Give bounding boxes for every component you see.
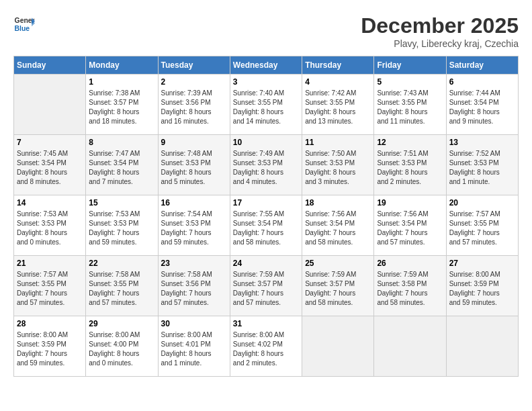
day-detail: Sunrise: 7:51 AMSunset: 3:53 PMDaylight:… xyxy=(377,149,443,187)
day-detail: Sunrise: 7:59 AMSunset: 3:57 PMDaylight:… xyxy=(233,270,299,308)
day-number: 13 xyxy=(449,138,515,147)
header: General Blue December 2025 Plavy, Libere… xyxy=(13,13,519,49)
day-detail: Sunrise: 7:50 AMSunset: 3:53 PMDaylight:… xyxy=(305,149,371,187)
day-number: 5 xyxy=(377,77,443,87)
day-detail: Sunrise: 7:40 AMSunset: 3:55 PMDaylight:… xyxy=(233,89,299,126)
calendar-cell: 27Sunrise: 8:00 AMSunset: 3:59 PMDayligh… xyxy=(446,256,518,316)
day-detail: Sunrise: 7:58 AMSunset: 3:55 PMDaylight:… xyxy=(89,270,154,308)
week-row-1: 7Sunrise: 7:45 AMSunset: 3:54 PMDaylight… xyxy=(14,135,519,195)
day-number: 12 xyxy=(377,138,443,147)
day-number: 7 xyxy=(17,138,83,147)
day-detail: Sunrise: 7:43 AMSunset: 3:55 PMDaylight:… xyxy=(377,89,443,126)
day-detail: Sunrise: 7:45 AMSunset: 3:54 PMDaylight:… xyxy=(17,149,83,187)
calendar-cell xyxy=(302,316,374,377)
logo-icon: General Blue xyxy=(13,13,35,35)
day-number: 10 xyxy=(233,138,299,147)
day-detail: Sunrise: 7:53 AMSunset: 3:53 PMDaylight:… xyxy=(17,210,83,247)
calendar-cell: 28Sunrise: 8:00 AMSunset: 3:59 PMDayligh… xyxy=(14,316,86,377)
calendar-cell xyxy=(374,316,446,377)
day-number: 29 xyxy=(89,319,154,328)
day-number: 4 xyxy=(305,77,371,87)
day-detail: Sunrise: 8:00 AMSunset: 3:59 PMDaylight:… xyxy=(449,270,515,308)
day-number: 14 xyxy=(17,198,83,208)
header-row: SundayMondayTuesdayWednesdayThursdayFrid… xyxy=(14,56,519,75)
day-number: 9 xyxy=(161,138,227,147)
logo: General Blue xyxy=(13,13,35,35)
day-number: 28 xyxy=(17,319,83,328)
day-number: 20 xyxy=(449,198,515,208)
day-detail: Sunrise: 7:57 AMSunset: 3:55 PMDaylight:… xyxy=(17,270,83,308)
title-area: December 2025 Plavy, Liberecky kraj, Cze… xyxy=(361,13,519,49)
calendar-cell: 16Sunrise: 7:54 AMSunset: 3:53 PMDayligh… xyxy=(158,195,230,256)
calendar-cell xyxy=(446,316,518,377)
header-day-sunday: Sunday xyxy=(14,56,86,75)
week-row-4: 28Sunrise: 8:00 AMSunset: 3:59 PMDayligh… xyxy=(14,316,519,377)
day-number: 24 xyxy=(233,259,299,268)
header-day-wednesday: Wednesday xyxy=(230,56,302,75)
day-number: 27 xyxy=(449,259,515,268)
calendar-cell: 1Sunrise: 7:38 AMSunset: 3:57 PMDaylight… xyxy=(86,75,158,135)
calendar-cell: 2Sunrise: 7:39 AMSunset: 3:56 PMDaylight… xyxy=(158,75,230,135)
calendar-cell: 5Sunrise: 7:43 AMSunset: 3:55 PMDaylight… xyxy=(374,75,446,135)
calendar-cell: 19Sunrise: 7:56 AMSunset: 3:54 PMDayligh… xyxy=(374,195,446,256)
header-day-tuesday: Tuesday xyxy=(158,56,230,75)
calendar-cell: 9Sunrise: 7:48 AMSunset: 3:53 PMDaylight… xyxy=(158,135,230,195)
header-day-monday: Monday xyxy=(86,56,158,75)
header-day-friday: Friday xyxy=(374,56,446,75)
day-detail: Sunrise: 7:38 AMSunset: 3:57 PMDaylight:… xyxy=(89,89,154,126)
calendar-cell: 24Sunrise: 7:59 AMSunset: 3:57 PMDayligh… xyxy=(230,256,302,316)
calendar-cell: 12Sunrise: 7:51 AMSunset: 3:53 PMDayligh… xyxy=(374,135,446,195)
calendar-table: SundayMondayTuesdayWednesdayThursdayFrid… xyxy=(13,56,519,377)
calendar-cell xyxy=(14,75,86,135)
day-detail: Sunrise: 7:44 AMSunset: 3:54 PMDaylight:… xyxy=(449,89,515,126)
calendar-cell: 18Sunrise: 7:56 AMSunset: 3:54 PMDayligh… xyxy=(302,195,374,256)
calendar-cell: 6Sunrise: 7:44 AMSunset: 3:54 PMDaylight… xyxy=(446,75,518,135)
day-detail: Sunrise: 7:55 AMSunset: 3:54 PMDaylight:… xyxy=(233,210,299,247)
day-detail: Sunrise: 8:00 AMSunset: 4:02 PMDaylight:… xyxy=(233,330,299,368)
day-number: 25 xyxy=(305,259,371,268)
day-detail: Sunrise: 7:54 AMSunset: 3:53 PMDaylight:… xyxy=(161,210,227,247)
calendar-cell: 30Sunrise: 8:00 AMSunset: 4:01 PMDayligh… xyxy=(158,316,230,377)
calendar-cell: 21Sunrise: 7:57 AMSunset: 3:55 PMDayligh… xyxy=(14,256,86,316)
day-number: 18 xyxy=(305,198,371,208)
day-number: 30 xyxy=(161,319,227,328)
day-detail: Sunrise: 8:00 AMSunset: 4:00 PMDaylight:… xyxy=(89,330,154,368)
day-detail: Sunrise: 7:56 AMSunset: 3:54 PMDaylight:… xyxy=(377,210,443,247)
day-number: 8 xyxy=(89,138,154,147)
calendar-cell: 15Sunrise: 7:53 AMSunset: 3:53 PMDayligh… xyxy=(86,195,158,256)
day-number: 17 xyxy=(233,198,299,208)
day-number: 21 xyxy=(17,259,83,268)
calendar-cell: 8Sunrise: 7:47 AMSunset: 3:54 PMDaylight… xyxy=(86,135,158,195)
month-title: December 2025 xyxy=(361,13,519,38)
day-detail: Sunrise: 8:00 AMSunset: 3:59 PMDaylight:… xyxy=(17,330,83,368)
calendar-cell: 7Sunrise: 7:45 AMSunset: 3:54 PMDaylight… xyxy=(14,135,86,195)
calendar-cell: 17Sunrise: 7:55 AMSunset: 3:54 PMDayligh… xyxy=(230,195,302,256)
day-number: 11 xyxy=(305,138,371,147)
calendar-cell: 10Sunrise: 7:49 AMSunset: 3:53 PMDayligh… xyxy=(230,135,302,195)
calendar-cell: 25Sunrise: 7:59 AMSunset: 3:57 PMDayligh… xyxy=(302,256,374,316)
day-detail: Sunrise: 7:59 AMSunset: 3:58 PMDaylight:… xyxy=(377,270,443,308)
header-day-thursday: Thursday xyxy=(302,56,374,75)
day-detail: Sunrise: 7:53 AMSunset: 3:53 PMDaylight:… xyxy=(89,210,154,247)
day-detail: Sunrise: 7:58 AMSunset: 3:56 PMDaylight:… xyxy=(161,270,227,308)
day-detail: Sunrise: 7:56 AMSunset: 3:54 PMDaylight:… xyxy=(305,210,371,247)
day-detail: Sunrise: 7:57 AMSunset: 3:55 PMDaylight:… xyxy=(449,210,515,247)
day-detail: Sunrise: 8:00 AMSunset: 4:01 PMDaylight:… xyxy=(161,330,227,368)
calendar-cell: 14Sunrise: 7:53 AMSunset: 3:53 PMDayligh… xyxy=(14,195,86,256)
week-row-2: 14Sunrise: 7:53 AMSunset: 3:53 PMDayligh… xyxy=(14,195,519,256)
day-number: 15 xyxy=(89,198,154,208)
calendar-cell: 4Sunrise: 7:42 AMSunset: 3:55 PMDaylight… xyxy=(302,75,374,135)
week-row-3: 21Sunrise: 7:57 AMSunset: 3:55 PMDayligh… xyxy=(14,256,519,316)
day-number: 22 xyxy=(89,259,154,268)
day-number: 1 xyxy=(89,77,154,87)
day-number: 16 xyxy=(161,198,227,208)
calendar-body: 1Sunrise: 7:38 AMSunset: 3:57 PMDaylight… xyxy=(14,75,519,377)
day-detail: Sunrise: 7:42 AMSunset: 3:55 PMDaylight:… xyxy=(305,89,371,126)
day-detail: Sunrise: 7:48 AMSunset: 3:53 PMDaylight:… xyxy=(161,149,227,187)
day-number: 3 xyxy=(233,77,299,87)
calendar-cell: 11Sunrise: 7:50 AMSunset: 3:53 PMDayligh… xyxy=(302,135,374,195)
location-subtitle: Plavy, Liberecky kraj, Czechia xyxy=(361,38,519,49)
day-number: 23 xyxy=(161,259,227,268)
calendar-cell: 20Sunrise: 7:57 AMSunset: 3:55 PMDayligh… xyxy=(446,195,518,256)
day-number: 31 xyxy=(233,319,299,328)
